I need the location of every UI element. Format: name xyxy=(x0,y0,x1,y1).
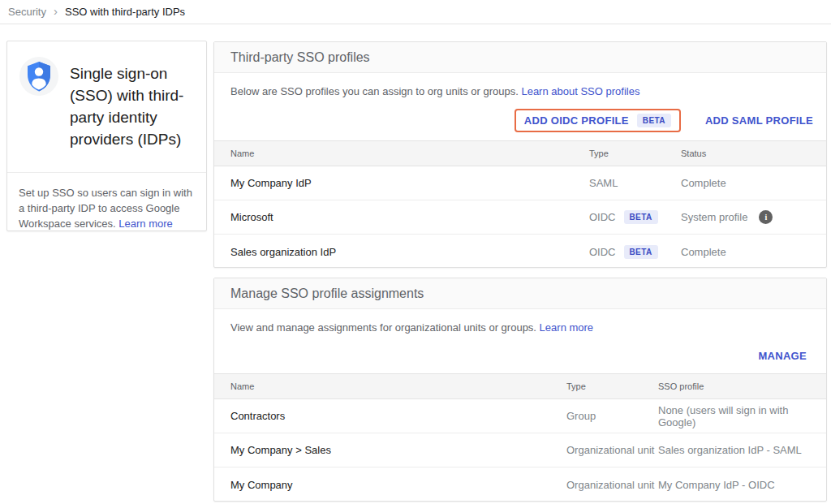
add-saml-profile-label: ADD SAML PROFILE xyxy=(705,114,813,127)
table-row-microsoft[interactable]: Microsoft OIDC BETA System profile i xyxy=(214,200,826,235)
profile-type: OIDC BETA xyxy=(589,245,681,259)
beta-badge: BETA xyxy=(637,114,671,127)
profile-name: My Company IdP xyxy=(214,177,589,189)
chevron-right-icon: › xyxy=(54,5,58,19)
assignment-type: Organizational unit xyxy=(566,444,658,456)
profile-name: Microsoft xyxy=(214,211,589,223)
overview-description: Set up SSO so users can sign in with a t… xyxy=(7,173,206,243)
assignments-description-text: View and manage assignments for organiza… xyxy=(230,321,536,334)
profile-status: Complete xyxy=(681,246,826,258)
profiles-description-text: Below are SSO profiles you can assign to… xyxy=(230,85,519,97)
add-saml-profile-button[interactable]: ADD SAML PROFILE xyxy=(705,114,813,127)
breadcrumb-security-link[interactable]: Security xyxy=(8,6,46,18)
table-row-sales-organization-idp[interactable]: Sales organization IdP OIDC BETA Complet… xyxy=(214,235,826,269)
assignment-type: Group xyxy=(566,410,658,422)
assignment-profile: None (users will sign in with Google) xyxy=(658,404,826,429)
profiles-card-header: Third-party SSO profiles xyxy=(214,42,826,73)
assignment-name: My Company xyxy=(214,479,566,491)
add-oidc-highlight-box: ADD OIDC PROFILE BETA xyxy=(515,109,681,132)
learn-about-sso-profiles-link[interactable]: Learn about SSO profiles xyxy=(521,85,639,97)
column-header-sso-profile: SSO profile xyxy=(658,381,826,391)
profile-status: System profile i xyxy=(681,210,826,224)
profile-status: Complete xyxy=(681,177,826,189)
assignment-type: Organizational unit xyxy=(566,479,658,491)
assignment-profile: Sales organization IdP - SAML xyxy=(658,444,826,456)
breadcrumb-current-page: SSO with third-party IDPs xyxy=(65,6,185,18)
shield-account-icon xyxy=(19,56,59,97)
profile-type: SAML xyxy=(589,177,681,189)
assignments-card-actions: MANAGE xyxy=(214,335,826,368)
table-row-my-company-idp[interactable]: My Company IdP SAML Complete xyxy=(214,166,826,200)
manage-button[interactable]: MANAGE xyxy=(758,350,807,362)
assignments-learn-more-link[interactable]: Learn more xyxy=(540,321,593,334)
beta-badge: BETA xyxy=(624,210,658,224)
table-row-contractors[interactable]: Contractors Group None (users will sign … xyxy=(214,399,826,433)
manage-button-label: MANAGE xyxy=(758,350,807,362)
assignments-card-description: View and manage assignments for organiza… xyxy=(214,309,826,335)
table-row-my-company[interactable]: My Company Organizational unit My Compan… xyxy=(214,467,826,502)
info-icon[interactable]: i xyxy=(759,210,773,224)
sso-profiles-table: Name Type Status My Company IdP SAML Com… xyxy=(214,140,826,269)
assignments-card-title: Manage SSO profile assignments xyxy=(230,286,424,301)
profiles-card-title: Third-party SSO profiles xyxy=(230,50,370,65)
profile-type-text: OIDC xyxy=(589,246,616,258)
assignment-name: Contractors xyxy=(214,410,566,422)
assignments-table: Name Type SSO profile Contractors Group … xyxy=(214,373,826,502)
beta-badge: BETA xyxy=(624,245,658,259)
overview-title: Single sign-on (SSO) with third-party id… xyxy=(70,62,201,150)
column-header-status: Status xyxy=(681,149,826,158)
column-header-type: Type xyxy=(566,381,658,391)
manage-sso-assignments-card: Manage SSO profile assignments View and … xyxy=(213,278,827,502)
third-party-sso-profiles-card: Third-party SSO profiles Below are SSO p… xyxy=(213,41,827,268)
column-header-name: Name xyxy=(214,149,589,158)
overview-learn-more-link[interactable]: Learn more xyxy=(118,218,172,230)
table-row-my-company-sales[interactable]: My Company > Sales Organizational unit S… xyxy=(214,433,826,467)
column-header-type: Type xyxy=(589,149,681,158)
sso-overview-card: Single sign-on (SSO) with third-party id… xyxy=(6,41,207,231)
add-oidc-profile-button[interactable]: ADD OIDC PROFILE xyxy=(524,114,629,127)
sso-profiles-table-header: Name Type Status xyxy=(214,140,826,166)
profile-type: OIDC BETA xyxy=(589,210,681,224)
add-oidc-profile-label: ADD OIDC PROFILE xyxy=(524,114,629,127)
profiles-card-description: Below are SSO profiles you can assign to… xyxy=(214,73,826,99)
assignment-name: My Company > Sales xyxy=(214,444,566,456)
assignments-table-header: Name Type SSO profile xyxy=(214,373,826,399)
profile-status-text: System profile xyxy=(681,211,747,223)
profile-name: Sales organization IdP xyxy=(214,246,589,258)
profiles-card-actions: ADD OIDC PROFILE BETA ADD SAML PROFILE xyxy=(214,99,826,135)
overview-card-top: Single sign-on (SSO) with third-party id… xyxy=(7,41,206,173)
assignment-profile: My Company IdP - OIDC xyxy=(658,479,826,491)
assignments-card-header: Manage SSO profile assignments xyxy=(214,278,826,309)
profile-type-text: OIDC xyxy=(589,211,616,223)
column-header-name: Name xyxy=(214,381,566,391)
breadcrumb: Security › SSO with third-party IDPs xyxy=(0,0,831,24)
